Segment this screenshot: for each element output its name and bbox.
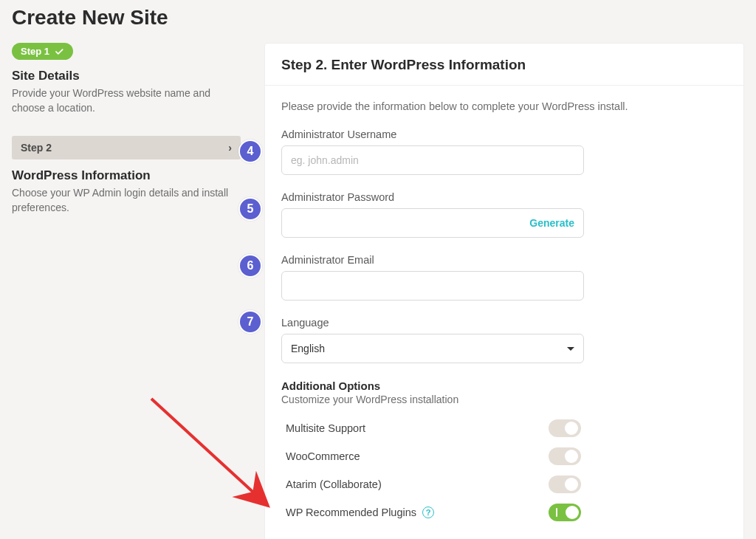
caret-down-icon [567, 347, 574, 351]
field-password: Administrator Password Generate [281, 191, 727, 238]
field-language: Language English [281, 317, 727, 363]
option-wp-plugins: WP Recommended Plugins ? [281, 498, 584, 526]
field-email: Administrator Email [281, 254, 727, 301]
sidebar-section-site-details-desc: Provide your WordPress website name and … [12, 86, 241, 115]
additional-options-sub: Customize your WordPress installation [281, 394, 727, 405]
option-multisite: Multisite Support [281, 414, 584, 442]
sidebar-section-wp-info-desc: Choose your WP Admin login details and i… [12, 186, 241, 215]
option-woocommerce-toggle[interactable] [549, 447, 581, 465]
additional-options-heading: Additional Options [281, 380, 727, 392]
sidebar-step2-label: Step 2 [21, 142, 52, 154]
annotation-marker-6: 6 [238, 254, 262, 278]
email-input-wrap [281, 271, 584, 301]
annotation-marker-4: 4 [238, 140, 262, 163]
check-icon [54, 47, 64, 57]
option-atarim: Atarim (Collaborate) [281, 470, 584, 498]
option-multisite-label: Multisite Support [286, 422, 365, 434]
option-atarim-label: Atarim (Collaborate) [286, 478, 382, 490]
option-wp-plugins-toggle[interactable] [549, 504, 581, 521]
language-value: English [291, 343, 325, 354]
username-input-wrap [281, 145, 584, 175]
option-multisite-toggle[interactable] [549, 419, 581, 437]
option-woocommerce: WooCommerce [281, 442, 584, 470]
annotation-marker-7: 7 [238, 310, 262, 334]
option-woocommerce-label: WooCommerce [286, 450, 360, 462]
email-label: Administrator Email [281, 254, 727, 266]
sidebar-section-wp-info-title: WordPress Information [12, 168, 241, 183]
language-select[interactable]: English [281, 334, 584, 363]
main-panel: Step 2. Enter WordPress Information Plea… [264, 43, 744, 539]
page-title: Create New Site [12, 6, 744, 30]
step1-badge: Step 1 [12, 43, 73, 60]
username-input[interactable] [291, 146, 574, 174]
sidebar: Step 1 Site Details Provide your WordPre… [12, 43, 241, 539]
sidebar-section-site-details-title: Site Details [12, 69, 241, 83]
main-heading: Step 2. Enter WordPress Information [281, 57, 727, 73]
generate-password-button[interactable]: Generate [529, 217, 574, 229]
option-wp-plugins-label: WP Recommended Plugins [286, 507, 416, 518]
field-username: Administrator Username [281, 128, 727, 175]
main-intro: Please provide the information below to … [281, 100, 727, 112]
username-label: Administrator Username [281, 128, 727, 140]
language-label: Language [281, 317, 727, 329]
chevron-right-icon: › [228, 142, 232, 154]
annotation-marker-5: 5 [238, 197, 262, 221]
password-input-wrap: Generate [281, 208, 584, 238]
option-atarim-toggle[interactable] [549, 476, 581, 493]
password-input[interactable] [291, 209, 529, 237]
password-label: Administrator Password [281, 191, 727, 203]
sidebar-step2-bar[interactable]: Step 2 › [12, 136, 241, 159]
step1-badge-text: Step 1 [21, 46, 49, 57]
email-input[interactable] [291, 272, 574, 300]
help-icon[interactable]: ? [422, 507, 434, 518]
